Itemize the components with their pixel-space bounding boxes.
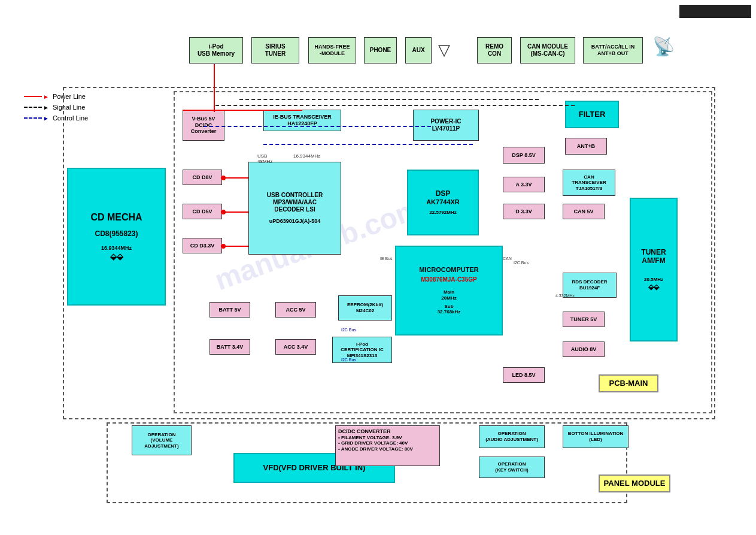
dot3 [221,244,226,249]
block-acc-34v: ACC 3.4V [275,339,316,355]
usb-48mhz-label: USB48MHz [257,153,272,164]
block-led-85v: LED 8.5V [503,367,545,383]
line-ipod-v [214,64,215,112]
block-op-audio: OPERATION(AUDIO ADJUSTMENT) [479,425,545,448]
block-aux: AUX [405,37,432,64]
block-power-ic: POWER-ICLV47011P [413,110,479,141]
block-sirius: SIRIUSTUNER [251,37,299,64]
block-cd-d33v: CD D3.3V [183,238,222,253]
block-a-33v: A 3.3V [503,177,545,192]
line-signal-h1 [239,99,539,100]
line-h-top [183,110,302,111]
dot1 [221,176,226,180]
speaker-symbol: ▽ [438,41,450,59]
block-can-module: CAN MODULE(MS-CAN-C) [520,37,575,64]
i2c-label1: I2C Bus [341,328,356,332]
block-btn-illum: BOTTON ILLUMINATION(LED) [563,425,629,448]
can-label: CAN [503,256,512,261]
block-tuner-5v: TUNER 5V [563,312,605,327]
line-blue-h2 [263,144,473,145]
top-bar [679,5,751,18]
page: { "topbar": { "label": "" }, "legend": {… [0,0,756,535]
block-dsp-85v: DSP 8.5V [503,147,545,164]
block-handsfree: HANDS-FREE-MODULE [308,37,356,64]
freq-label: 16.9344MHz [293,153,320,159]
block-batt-acc: BATT/ACC/ILL INANT+B OUT [583,37,643,64]
block-d-33v: D 3.3V [503,204,545,219]
line-signal-h2 [215,105,575,106]
block-cd-mecha: CD MECHA CD8(955823) 16.9344MHz ⬙⬙ [67,168,166,306]
block-tuner-amfm: TUNER AM/FM 20.5MHz ⬙⬙ [630,198,678,341]
block-audio-8v: AUDIO 8V [563,341,605,357]
freq-432-label: 4.332MHz [555,294,575,298]
antenna-symbol: 📡 [652,36,675,57]
dot2 [221,210,226,214]
block-acc-5v: ACC 5V [275,302,316,318]
block-pcb-main-label: PCB-MAIN [599,374,658,392]
block-dcdc: DC/DC CONVERTER • FILAMENT VOLTAGE: 3.9V… [335,425,440,466]
block-dsp: DSP AK7744XR 22.5792MHz [407,170,479,235]
block-panel-module-label: PANEL MODULE [599,474,670,492]
block-eeprom: EEPROM(2Kbit)M24C02 [338,295,392,321]
line-r3 [223,246,248,247]
block-phone: PHONE [364,37,397,64]
block-can-transceiver: CANTRANSCEIVERTJA1051T/3 [563,170,615,196]
block-op-vol: OPERATION(VOLUMEADJUSTMENT) [132,425,192,455]
line-blue-h1 [204,126,431,127]
block-ipod: i-PodUSB Memory [189,37,243,64]
line-r2 [223,211,248,213]
block-microcomputer: MICROCOMPUTER M30876MJA-C35GP Main20MHz … [395,246,503,335]
block-op-key: OPERATION(KEY SWITCH) [479,457,545,478]
block-ant-b: ANT+B [565,138,607,155]
block-batt-34v: BATT 3.4V [210,339,250,355]
block-usb-ctrl: USB CONTROLLER MP3/WMA/AAC DECODER LSI u… [248,162,341,255]
i2c-label2: I2C Bus [341,358,356,362]
block-can-5v: CAN 5V [563,204,605,219]
ie-bus-label: IE Bus [380,256,393,261]
i2c-label3: I2C Bus [514,261,529,265]
block-vbus: V-Bus 5VDC/DCConverter [183,110,224,141]
block-ie-transceiver: IE-BUS TRANSCEIVERHA12240FP [263,110,341,131]
block-cd-d5v: CD D5V [183,204,222,219]
line-r1 [223,177,248,179]
block-cd-d8v: CD D8V [183,170,222,185]
block-batt-5v: BATT 5V [210,302,250,318]
block-remo: REMOCON [477,37,512,64]
